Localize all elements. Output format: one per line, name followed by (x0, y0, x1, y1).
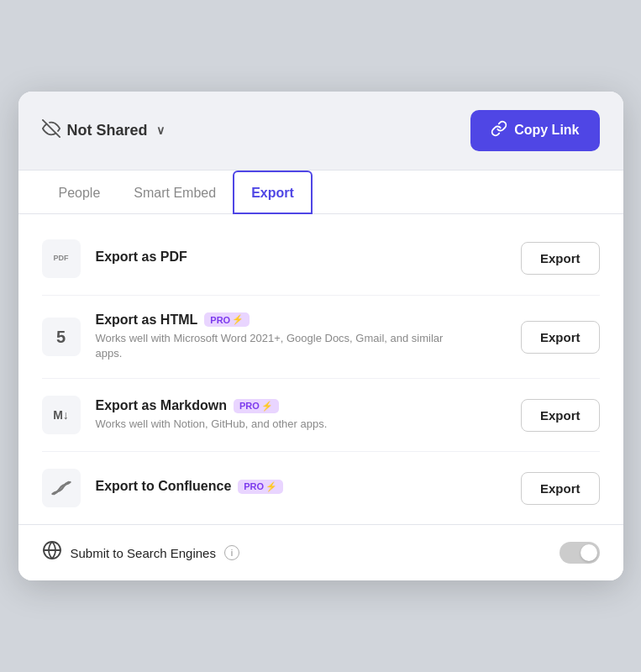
info-icon[interactable]: i (224, 545, 239, 560)
modal-header: Not Shared ∨ Copy Link (18, 92, 623, 171)
pdf-title: Export as PDF (96, 249, 187, 265)
search-engines-label: Submit to Search Engines (71, 546, 216, 560)
html-desc: Works well with Microsoft Word 2021+, Go… (96, 331, 449, 361)
chevron-down-icon: ∨ (156, 123, 165, 137)
confluence-pro-badge: PRO ⚡ (238, 480, 283, 494)
html-icon: 5 (42, 318, 81, 356)
share-modal: Not Shared ∨ Copy Link People Smart Embe… (18, 92, 623, 580)
confluence-icon (42, 469, 81, 507)
export-pdf-button[interactable]: Export (521, 242, 600, 275)
lightning-icon: ⚡ (261, 401, 273, 412)
export-confluence-button[interactable]: Export (521, 472, 600, 505)
search-engines-toggle[interactable] (560, 542, 600, 564)
html-title: Export as HTML (96, 312, 198, 328)
lightning-icon: ⚡ (265, 481, 277, 492)
markdown-title: Export as Markdown (96, 398, 227, 413)
pdf-icon: PDF (42, 239, 81, 278)
markdown-desc: Works well with Notion, GitHub, and othe… (96, 417, 328, 432)
eye-off-icon (42, 119, 60, 142)
tabs-bar: People Smart Embed Export (18, 171, 623, 214)
export-item-pdf: PDF Export as PDF Export (42, 223, 600, 296)
export-item-confluence: Export to Confluence PRO ⚡ Export (42, 452, 600, 524)
footer: Submit to Search Engines i (18, 524, 623, 580)
globe-icon (42, 540, 62, 565)
export-html-button[interactable]: Export (521, 321, 600, 354)
tab-export[interactable]: Export (233, 171, 313, 214)
tab-people[interactable]: People (42, 171, 118, 214)
link-icon (491, 120, 507, 141)
copy-link-button[interactable]: Copy Link (470, 110, 599, 151)
confluence-title: Export to Confluence (96, 479, 232, 494)
not-shared-label: Not Shared (67, 122, 148, 139)
markdown-icon: M↓ (42, 396, 81, 434)
export-item-html: 5 Export as HTML PRO ⚡ Works well with M… (42, 296, 600, 379)
html-pro-badge: PRO ⚡ (204, 312, 250, 327)
copy-link-label: Copy Link (514, 123, 579, 138)
export-item-markdown: M↓ Export as Markdown PRO ⚡ Works well w… (42, 379, 600, 452)
tab-smart-embed[interactable]: Smart Embed (117, 171, 233, 214)
lightning-icon: ⚡ (232, 314, 244, 325)
export-markdown-button[interactable]: Export (521, 399, 600, 432)
export-content: PDF Export as PDF Export 5 Export as HTM… (18, 214, 623, 524)
markdown-pro-badge: PRO ⚡ (234, 399, 279, 413)
not-shared-button[interactable]: Not Shared ∨ (42, 119, 165, 142)
